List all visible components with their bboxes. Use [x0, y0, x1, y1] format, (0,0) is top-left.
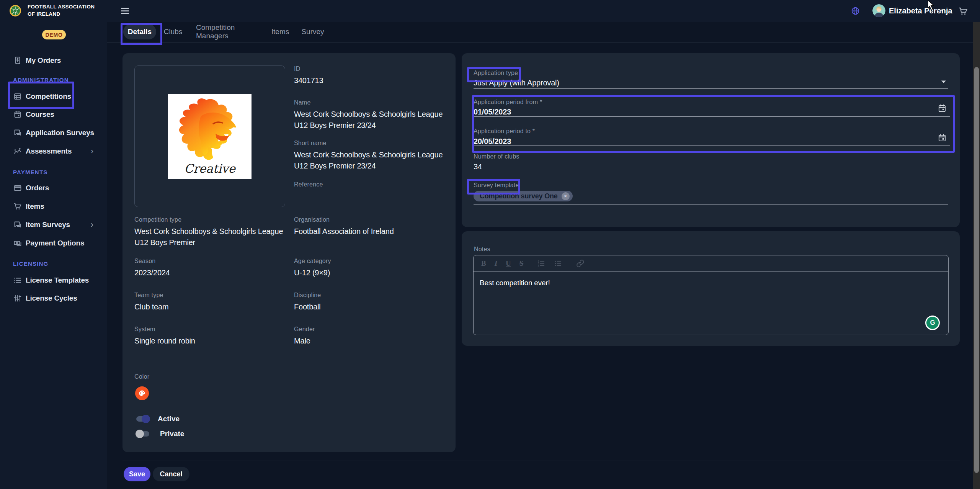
field-value: Male [294, 335, 447, 347]
org-logo [9, 5, 21, 17]
card-icon [13, 183, 22, 193]
sidebar-item-orders[interactable]: Orders [0, 180, 107, 196]
mouse-cursor [926, 0, 936, 10]
sidebar-item-payment-options[interactable]: Payment Options [0, 235, 107, 252]
analytics-icon [13, 147, 22, 156]
field-label: Gender [294, 326, 447, 333]
period-to-label: Application period to * [474, 128, 535, 135]
field-label: Season [134, 258, 287, 265]
chevron-right-icon: › [91, 221, 93, 229]
cart-icon[interactable] [958, 6, 969, 16]
grammarly-icon[interactable]: G [925, 316, 940, 330]
sidebar-item-my-orders[interactable]: My Orders [0, 52, 107, 69]
tab-survey[interactable]: Survey [302, 24, 324, 39]
field-label: System [134, 326, 287, 333]
ordered-list-icon[interactable]: 123 [537, 259, 546, 268]
field-value: Football Association of Ireland [294, 226, 447, 237]
field-label: Age category [294, 258, 447, 265]
survey-template-label: Survey template [474, 182, 519, 189]
field-competition-type: Competition type West Cork Schoolboys & … [134, 216, 287, 248]
color-swatch[interactable] [135, 386, 149, 400]
notes-content[interactable]: Best competition ever! [474, 272, 948, 294]
field-value: Football [294, 301, 447, 312]
toggle-label: Active [158, 415, 180, 423]
tab-items[interactable]: Items [271, 24, 290, 39]
unordered-list-icon[interactable] [554, 259, 562, 268]
save-button[interactable]: Save [124, 467, 150, 481]
bold-icon[interactable]: B [481, 259, 486, 268]
select-caret-icon[interactable] [941, 80, 946, 84]
link-icon[interactable] [576, 259, 585, 268]
globe-icon[interactable] [851, 7, 860, 15]
toggle-private-row: Private [136, 430, 184, 438]
field-value: West Cork Schoolboys & Schoolgirls Leagu… [294, 109, 447, 131]
palette-icon [138, 389, 146, 397]
competition-image-box[interactable]: Creative [134, 65, 285, 207]
tab-clubs[interactable]: Clubs [163, 24, 183, 39]
sidebar-item-label: Items [26, 202, 44, 211]
application-panel: Application type Just Apply (with Approv… [462, 53, 960, 227]
tab-bar: Details Clubs Competition Managers Items… [107, 22, 973, 43]
italic-icon[interactable]: I [495, 259, 497, 268]
org-name: FOOTBALL ASSOCIATION OF IRELAND [28, 3, 96, 18]
toggle-active-row: Active [136, 415, 180, 423]
underline-icon[interactable]: U [506, 259, 511, 268]
field-value: West Cork Schoolboys & Schoolgirls Leagu… [294, 149, 447, 172]
sidebar-item-application-surveys[interactable]: Application Surveys › [0, 124, 107, 141]
notes-panel: Notes B I U S 123 [462, 231, 960, 346]
scrollbar-thumb[interactable] [974, 67, 979, 473]
sidebar-item-license-templates[interactable]: License Templates [0, 272, 107, 289]
hamburger-icon[interactable] [121, 7, 129, 15]
cancel-button[interactable]: Cancel [153, 467, 189, 481]
sidebar-item-label: License Cycles [26, 294, 77, 303]
sidebar-item-label: Item Surveys [26, 221, 70, 229]
field-label: Name [294, 99, 447, 106]
field-id: ID 3401713 [294, 65, 447, 86]
active-toggle[interactable] [136, 416, 149, 422]
field-team-type: Team type Club team [134, 292, 287, 312]
sidebar-item-competitions[interactable]: Competitions [0, 88, 107, 105]
sidebar-item-courses[interactable]: Courses [0, 106, 107, 123]
field-age-category: Age category U-12 (9×9) [294, 258, 447, 278]
period-from-input[interactable]: 01/05/2023 [474, 106, 511, 118]
app-header: FOOTBALL ASSOCIATION OF IRELAND Elizabet… [0, 0, 980, 22]
sliders-icon [13, 294, 22, 303]
chat-icon [13, 220, 22, 229]
calendar-icon[interactable] [937, 133, 947, 143]
sidebar-item-items[interactable]: Items [0, 198, 107, 215]
sidebar-item-label: Courses [26, 110, 54, 119]
sidebar-item-item-surveys[interactable]: Item Surveys › [0, 216, 107, 233]
calendar-icon[interactable] [937, 103, 947, 113]
private-toggle[interactable] [136, 431, 149, 437]
chevron-down-icon[interactable] [936, 9, 943, 13]
sidebar-section-licensing: LICENSING [13, 260, 48, 267]
survey-template-chip[interactable]: Competition survey One × [474, 191, 573, 201]
select-underline [474, 88, 948, 89]
field-label: Short name [294, 140, 447, 147]
toggle-knob [142, 415, 150, 423]
sidebar-item-label: License Templates [26, 276, 89, 285]
receipt-icon [13, 56, 22, 65]
avatar[interactable] [872, 4, 885, 17]
notes-editor[interactable]: B I U S 123 Best c [473, 255, 949, 335]
field-system: System Single round robin [134, 326, 287, 347]
field-name: Name West Cork Schoolboys & Schoolgirls … [294, 99, 447, 131]
tab-details[interactable]: Details [123, 24, 156, 39]
demo-badge: DEMO [42, 30, 66, 39]
chip-close-icon[interactable]: × [562, 192, 570, 200]
application-type-select[interactable]: Just Apply (with Approval) [474, 77, 559, 88]
strikethrough-icon[interactable]: S [519, 259, 524, 268]
field-label: Team type [134, 292, 287, 299]
competition-image: Creative [168, 94, 252, 179]
field-label: Reference [294, 181, 447, 188]
field-label: Competition type [134, 216, 287, 223]
sidebar-item-label: Assessments [26, 147, 72, 155]
field-value: 3401713 [294, 75, 447, 86]
tab-competition-managers[interactable]: Competition Managers [196, 24, 257, 39]
sidebar-item-label: Application Surveys [26, 129, 94, 137]
sidebar-item-assessments[interactable]: Assessments › [0, 143, 107, 160]
chip-label: Competition survey One [480, 192, 558, 200]
sidebar-item-license-cycles[interactable]: License Cycles [0, 290, 107, 307]
sidebar-section-payments: PAYMENTS [13, 169, 47, 175]
clubs-value: 34 [474, 161, 482, 172]
